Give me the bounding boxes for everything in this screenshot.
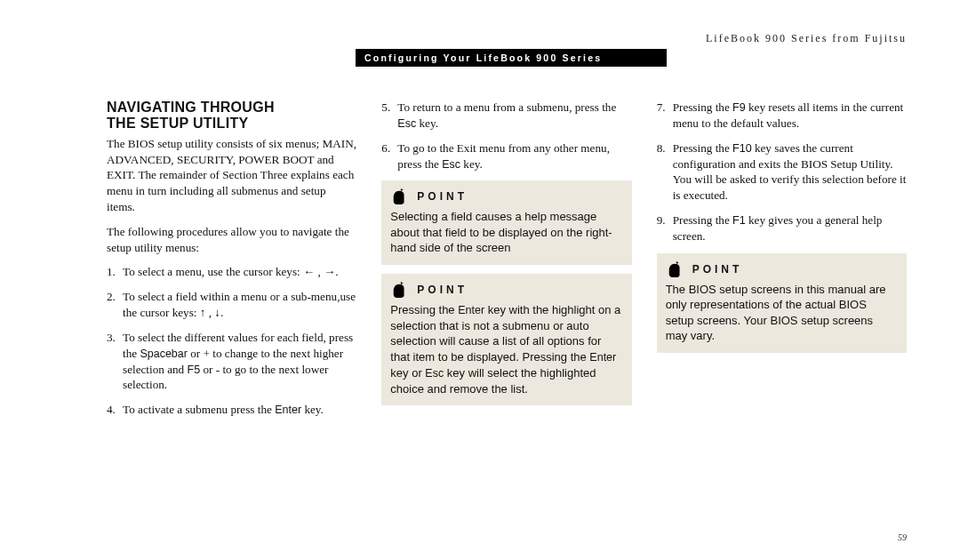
- item-number: 8.: [657, 140, 673, 204]
- point-callout: POINT The BIOS setup screens in this man…: [657, 253, 907, 353]
- point-label: POINT: [417, 283, 468, 297]
- arrow-right-icon: →: [324, 265, 335, 278]
- point-header: POINT: [390, 188, 622, 205]
- content-columns: NAVIGATING THROUGH THE SETUP UTILITY The…: [107, 100, 907, 524]
- item-number: 6.: [381, 140, 397, 172]
- list-item: 8. Pressing the F10 key saves the curren…: [657, 140, 907, 204]
- point-label: POINT: [692, 262, 743, 276]
- item-number: 2.: [107, 289, 123, 321]
- item-number: 1.: [107, 264, 123, 280]
- list-item: 9. Pressing the F1 key gives you a gener…: [657, 212, 907, 244]
- manual-page: LifeBook 900 Series from Fujitsu Configu…: [0, 0, 960, 560]
- list-item: 2. To select a field within a menu or a …: [107, 289, 356, 321]
- item-text: To go to the Exit menu from any other me…: [397, 140, 631, 172]
- point-body: The BIOS setup screens in this manual ar…: [666, 282, 898, 344]
- key-spacebar: Spacebar: [140, 348, 188, 360]
- section-bar: Configuring Your LifeBook 900 Series: [356, 49, 667, 67]
- intro-paragraph: The BIOS setup utility consists of six m…: [107, 136, 356, 215]
- item-number: 5.: [381, 100, 397, 132]
- item-text: To select a field within a menu or a sub…: [123, 289, 356, 321]
- arrow-left-icon: ←: [303, 265, 315, 278]
- column-1: NAVIGATING THROUGH THE SETUP UTILITY The…: [107, 100, 356, 524]
- key-f5: F5: [188, 364, 201, 376]
- title-line-2: THE SETUP UTILITY: [107, 116, 248, 131]
- column-2: 5. To return to a menu from a submenu, p…: [381, 100, 631, 524]
- point-body: Selecting a field causes a help message …: [390, 209, 622, 256]
- item-text: Pressing the F1 key gives you a general …: [673, 212, 907, 244]
- point-callout: POINT Pressing the Enter key with the hi…: [381, 274, 631, 405]
- key-esc: Esc: [425, 367, 444, 380]
- point-hand-icon: [390, 188, 410, 205]
- item-number: 4.: [107, 402, 123, 418]
- item-text: Pressing the F10 key saves the current c…: [673, 140, 907, 204]
- item-number: 7.: [657, 100, 673, 132]
- key-enter: Enter: [589, 351, 616, 364]
- arrow-down-icon: ↓: [214, 306, 220, 319]
- item-text: To select the different values for each …: [123, 330, 356, 393]
- section-title: NAVIGATING THROUGH THE SETUP UTILITY: [107, 100, 356, 132]
- key-enter: Enter: [458, 304, 484, 316]
- point-header: POINT: [390, 281, 622, 299]
- header-product-line: LifeBook 900 Series from Fujitsu: [706, 32, 907, 45]
- list-item: 5. To return to a menu from a submenu, p…: [381, 100, 631, 132]
- point-label: POINT: [417, 189, 468, 204]
- point-header: POINT: [666, 260, 898, 278]
- key-f1: F1: [732, 214, 746, 227]
- item-text: To select a menu, use the cursor keys: ←…: [123, 264, 356, 280]
- item-text: Pressing the F9 key resets all items in …: [673, 100, 907, 132]
- point-hand-icon: [390, 281, 410, 299]
- key-f10: F10: [732, 142, 752, 155]
- point-callout: POINT Selecting a field causes a help me…: [381, 180, 631, 265]
- item-text: To return to a menu from a submenu, pres…: [397, 100, 631, 132]
- list-item: 1. To select a menu, use the cursor keys…: [107, 264, 356, 280]
- list-item: 6. To go to the Exit menu from any other…: [381, 140, 631, 172]
- item-number: 3.: [107, 330, 123, 393]
- key-esc: Esc: [397, 117, 416, 130]
- item-text: To activate a submenu press the Enter ke…: [123, 402, 356, 418]
- point-hand-icon: [666, 260, 685, 278]
- key-esc: Esc: [442, 158, 460, 171]
- list-item: 4. To activate a submenu press the Enter…: [107, 402, 356, 418]
- key-f9: F9: [732, 101, 746, 114]
- lead-paragraph: The following procedures allow you to na…: [107, 224, 356, 256]
- key-enter: Enter: [275, 404, 301, 416]
- column-3: 7. Pressing the F9 key resets all items …: [657, 100, 907, 524]
- point-body: Pressing the Enter key with the highligh…: [390, 302, 622, 396]
- list-item: 3. To select the different values for ea…: [107, 330, 356, 393]
- page-number: 59: [898, 532, 907, 542]
- list-item: 7. Pressing the F9 key resets all items …: [657, 100, 907, 132]
- item-number: 9.: [657, 212, 673, 244]
- title-line-1: NAVIGATING THROUGH: [107, 100, 275, 115]
